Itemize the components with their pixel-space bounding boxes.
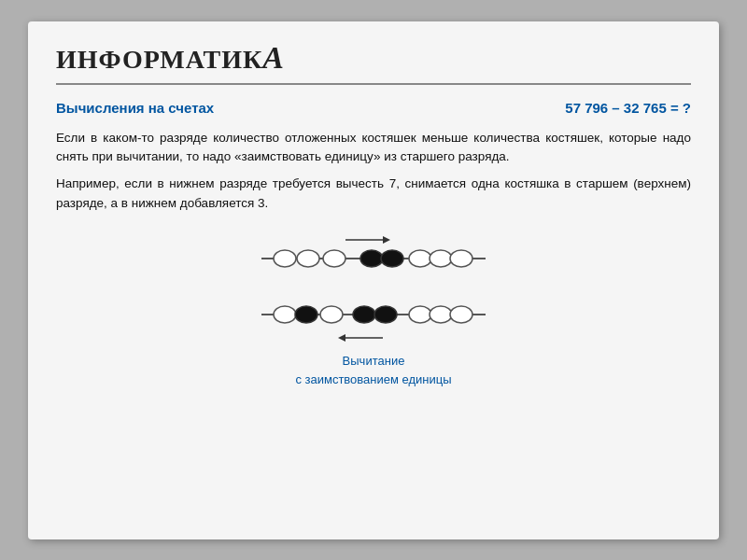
logo-last: А — [262, 40, 285, 75]
logo-main: ИНФОРМАТИК — [56, 45, 262, 74]
caption-line1: Вычитание — [295, 352, 451, 371]
svg-point-14 — [274, 306, 296, 323]
paragraph-1: Если в каком-то разряде количество отлож… — [56, 129, 691, 168]
caption-line2: с заимствованием единицы — [295, 371, 451, 389]
svg-point-7 — [297, 250, 319, 267]
svg-point-8 — [323, 250, 345, 267]
title-bar: Вычисления на счетах 57 796 – 32 765 = ? — [56, 100, 691, 116]
abacus-diagram — [233, 231, 514, 352]
svg-point-6 — [274, 250, 296, 267]
header: ИНФОРМАТИКА — [56, 40, 691, 85]
svg-point-16 — [320, 306, 343, 323]
svg-point-12 — [430, 250, 452, 267]
logo: ИНФОРМАТИКА — [56, 40, 285, 76]
svg-marker-3 — [383, 236, 390, 244]
content-block: Если в каком-то разряде количество отлож… — [56, 129, 691, 215]
svg-point-17 — [353, 306, 375, 323]
slide-title-left: Вычисления на счетах — [56, 100, 214, 116]
slide: ИНФОРМАТИКА Вычисления на счетах 57 796 … — [28, 21, 719, 539]
svg-point-11 — [409, 250, 431, 267]
svg-point-13 — [450, 250, 472, 267]
svg-point-20 — [430, 306, 452, 323]
paragraph-2: Например, если в нижнем разряде требуетс… — [56, 175, 691, 214]
svg-marker-5 — [338, 334, 345, 342]
abacus-area: Вычитание с заимствованием единицы — [56, 231, 691, 388]
svg-point-18 — [374, 306, 397, 323]
svg-point-9 — [360, 250, 383, 267]
svg-point-19 — [409, 306, 431, 323]
svg-point-21 — [450, 306, 472, 323]
svg-point-10 — [381, 250, 403, 267]
svg-point-15 — [295, 306, 317, 323]
slide-title-right: 57 796 – 32 765 = ? — [565, 100, 691, 116]
diagram-caption: Вычитание с заимствованием единицы — [295, 352, 451, 388]
